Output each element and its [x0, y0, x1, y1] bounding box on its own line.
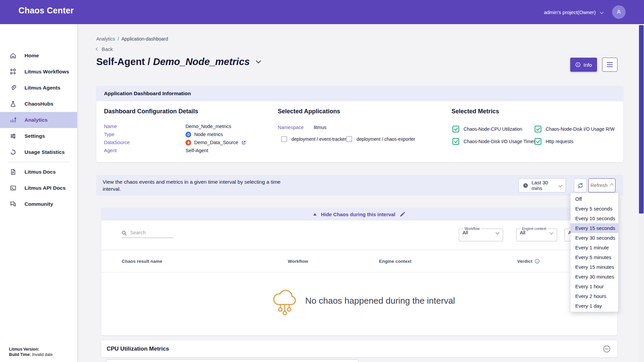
menu-item-off[interactable]: Off — [571, 194, 618, 204]
menu-item-every-1-hour[interactable]: Every 1 hour — [571, 282, 618, 291]
sidebar: Home Litmus Workflows Litmus Agents Chao… — [0, 24, 77, 362]
metric-checkbox-cpu-utilization[interactable]: Chaos-Node-CPU Utilization — [452, 126, 522, 132]
info-circle-icon[interactable] — [535, 259, 540, 264]
engine-context-filter[interactable]: Engine context All — [516, 227, 557, 241]
sidebar-item-label: ChaosHubs — [24, 101, 53, 107]
avatar[interactable]: A — [612, 5, 626, 19]
sidebar-item-chaoshubs[interactable]: ChaosHubs — [0, 96, 77, 112]
sidebar-item-litmus-api-docs[interactable]: Litmus API Docs — [0, 180, 77, 196]
sidebar-item-litmus-workflows[interactable]: Litmus Workflows — [0, 64, 77, 80]
home-icon — [10, 52, 16, 59]
config-row-name: Name Demo_Node_metrics — [104, 122, 272, 130]
applications-title: Selected Applications — [278, 108, 340, 115]
sidebar-item-label: Community — [24, 201, 53, 207]
sidebar-item-label: Settings — [24, 133, 45, 139]
title-dashboard: Demo_Node_metrics — [153, 56, 250, 67]
metric-checkbox-disk-io-times[interactable]: Chaos-Node-Disk I/O Usage Times — [452, 138, 536, 145]
sidebar-item-usage-statistics[interactable]: Usage Statistics — [0, 144, 77, 160]
sidebar-item-home[interactable]: Home — [0, 48, 77, 64]
dashboard-options-button[interactable] — [602, 58, 618, 72]
scrollbar-thumb[interactable] — [639, 25, 644, 214]
checkbox-checked-icon[interactable] — [452, 138, 459, 145]
sidebar-item-litmus-agents[interactable]: Litmus Agents — [0, 80, 77, 96]
divider — [101, 272, 617, 273]
community-icon — [10, 201, 16, 207]
back-button[interactable]: Back — [96, 46, 113, 52]
time-range-value: Last 30 mins — [532, 180, 555, 191]
checkbox-unchecked-icon[interactable] — [346, 136, 352, 142]
menu-item-every-15-seconds[interactable]: Every 15 seconds — [571, 223, 618, 233]
chaos-toggle-bar[interactable]: Hide Chaos during this interval — [101, 208, 617, 221]
menu-item-every-5-minutes[interactable]: Every 5 minutes — [571, 252, 618, 262]
collapse-triangle-icon — [313, 213, 317, 216]
time-range-select[interactable]: Last 30 mins — [519, 178, 566, 192]
sidebar-item-litmus-docs[interactable]: Litmus Docs — [0, 164, 77, 180]
breadcrumb-analytics[interactable]: Analytics — [96, 36, 115, 42]
chevron-down-icon — [549, 231, 553, 234]
checkbox-checked-icon[interactable] — [452, 126, 459, 132]
sidebar-item-label: Litmus Docs — [24, 169, 56, 175]
cpu-utilization-card: CPU Utilization Metrics — [101, 341, 617, 357]
project-selector[interactable]: admin's project(Owner) — [544, 0, 603, 24]
cpu-section-title: CPU Utilization Metrics — [107, 346, 169, 352]
litmus-version-label: Litmus Version: — [9, 347, 39, 352]
application-checkbox-event-tracker[interactable]: deployment / event-tracker — [281, 136, 346, 142]
dashboard-info-header: Application Dashboard Information — [96, 86, 623, 101]
sync-icon — [577, 182, 584, 189]
chevron-down-icon — [558, 184, 562, 187]
menu-item-every-1-minute[interactable]: Every 1 minute — [571, 243, 618, 252]
app-title: Chaos Center — [18, 6, 74, 15]
metrics-title: Selected Metrics — [451, 108, 499, 115]
sidebar-item-community[interactable]: Community — [0, 196, 77, 212]
build-time-label: Build Time: — [9, 352, 31, 357]
workflow-filter[interactable]: Workflow All — [459, 227, 503, 241]
settings-icon — [10, 133, 16, 139]
menu-item-every-30-minutes[interactable]: Every 30 minutes — [571, 272, 618, 282]
namespace-value: litmus — [314, 125, 326, 130]
analytics-icon — [10, 117, 16, 123]
sidebar-item-label: Usage Statistics — [24, 149, 65, 155]
dashboard-info-card: Application Dashboard Information Dashbo… — [96, 86, 623, 162]
refresh-now-button[interactable] — [574, 178, 587, 192]
refresh-rate-menu: Off Every 5 seconds Every 10 seconds Eve… — [571, 193, 618, 312]
menu-item-every-15-minutes[interactable]: Every 15 minutes — [571, 262, 618, 272]
chevron-down-icon — [495, 231, 499, 234]
docs-icon — [10, 169, 16, 175]
column-header-workflow: Workflow — [288, 259, 308, 264]
sidebar-item-label: Analytics — [24, 117, 48, 123]
chaoshubs-icon — [10, 101, 16, 107]
dashboard-switcher-chevron-icon[interactable] — [256, 58, 261, 64]
usage-icon — [10, 149, 16, 156]
search-input[interactable] — [121, 229, 173, 238]
application-checkbox-chaos-exporter[interactable]: deployment / chaos-exporter — [346, 136, 415, 142]
chevron-left-icon — [96, 48, 99, 51]
sidebar-item-label: Litmus Workflows — [24, 69, 69, 75]
page-title: Self-Agent / Demo_Node_metrics — [96, 56, 260, 67]
checkbox-unchecked-icon[interactable] — [281, 136, 287, 142]
menu-item-every-10-seconds[interactable]: Every 10 seconds — [571, 214, 618, 223]
refresh-rate-button[interactable]: Refresh — [588, 178, 615, 192]
sidebar-item-label: Litmus Agents — [24, 85, 60, 91]
menu-item-every-30-seconds[interactable]: Every 30 seconds — [571, 233, 618, 243]
metric-checkbox-disk-io-rw[interactable]: Chaos-Node-Disk I/O Usage R/W — [535, 126, 614, 132]
sidebar-divider — [8, 162, 69, 162]
info-button[interactable]: Info — [570, 58, 597, 72]
menu-item-every-1-day[interactable]: Every 1 day — [571, 301, 618, 311]
menu-item-every-5-seconds[interactable]: Every 5 seconds — [571, 204, 618, 214]
sidebar-item-analytics[interactable]: Analytics — [0, 112, 77, 128]
namespace-row: Namespace litmus — [278, 125, 326, 130]
config-row-datasource: DataSource Demo_Data_Source — [104, 138, 272, 146]
sidebar-item-settings[interactable]: Settings — [0, 128, 77, 144]
datasource-link[interactable]: Demo_Data_Source — [194, 140, 238, 145]
checkbox-checked-icon[interactable] — [535, 126, 541, 132]
metric-checkbox-http-requests[interactable]: Http requests — [535, 138, 573, 145]
collapse-section-button[interactable] — [603, 345, 610, 353]
top-bar: Chaos Center admin's project(Owner) A — [0, 0, 644, 24]
menu-item-every-2-hours[interactable]: Every 2 hours — [571, 291, 618, 301]
breadcrumb-application-dashboard: Application-dashboard — [121, 36, 168, 42]
page-scrollbar[interactable] — [639, 24, 644, 362]
edit-pencil-icon[interactable] — [399, 212, 405, 217]
external-link-icon[interactable] — [241, 140, 246, 145]
clock-icon — [523, 182, 528, 189]
checkbox-checked-icon[interactable] — [535, 138, 541, 145]
